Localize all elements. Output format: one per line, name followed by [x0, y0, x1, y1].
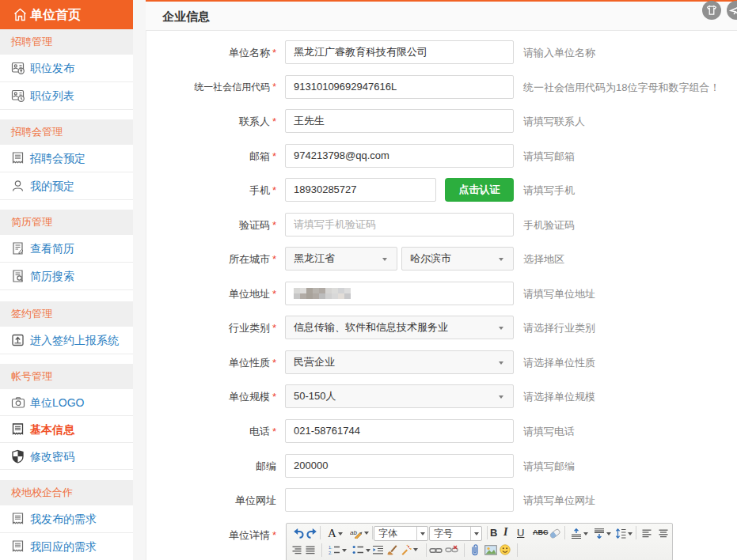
svg-text:ab: ab	[350, 529, 357, 536]
svg-text:2.: 2.	[329, 551, 332, 555]
svg-text:1.: 1.	[329, 545, 332, 550]
